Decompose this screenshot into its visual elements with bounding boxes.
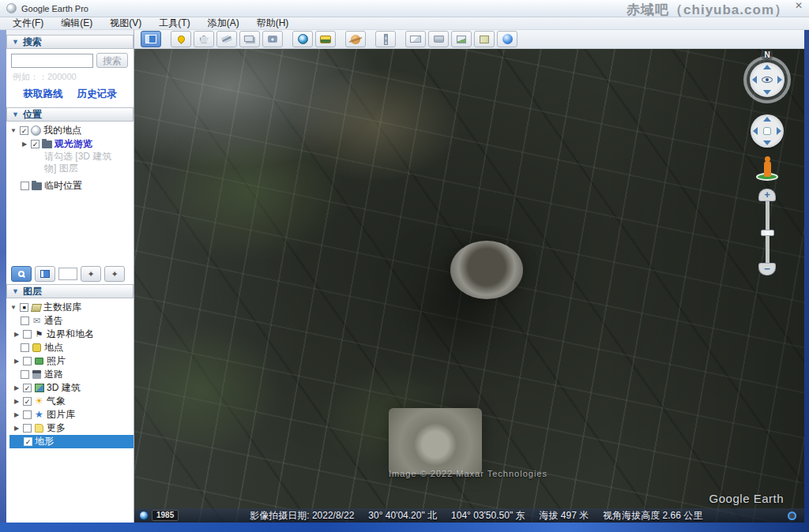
expand-arrow-icon[interactable]: ▶ — [13, 331, 21, 338]
sunlight-button[interactable] — [315, 31, 336, 47]
layer-row-weather[interactable]: ▶ ✓ ☀ 气象 — [9, 395, 134, 408]
menu-tools[interactable]: 工具(T) — [151, 17, 198, 30]
time-slider-icon[interactable] — [139, 511, 149, 520]
ruler-button[interactable] — [375, 31, 396, 47]
move-up-arrow-icon[interactable] — [763, 117, 771, 122]
expand-arrow-icon[interactable]: ▶ — [13, 398, 21, 405]
sidebar: ▼ 搜索 搜索 例如：：200000 获取路线 历史记录 ▼ 位置 ▼ — [6, 30, 134, 523]
expand-arrow-icon[interactable]: ▼ — [9, 304, 17, 311]
look-left-arrow-icon[interactable] — [752, 76, 757, 84]
close-icon[interactable]: ✕ — [795, 0, 803, 11]
road-sign-icon — [32, 370, 41, 379]
announcements-checkbox[interactable] — [21, 317, 29, 325]
look-down-arrow-icon[interactable] — [763, 90, 771, 95]
more-checkbox[interactable] — [23, 424, 32, 433]
layer-row-roads[interactable]: 道路 — [9, 368, 134, 381]
move-joystick[interactable] — [751, 114, 784, 148]
places-panel-header[interactable]: ▼ 位置 — [6, 107, 134, 122]
primary-database-checkbox[interactable]: ■ — [20, 303, 28, 312]
layer-row-places[interactable]: 地点 — [9, 341, 134, 354]
sightseeing-checkbox[interactable]: ✓ — [31, 140, 40, 148]
tree-item-temporary-places[interactable]: 临时位置 — [9, 179, 134, 193]
database-icon — [30, 304, 41, 312]
compass-ring[interactable] — [743, 56, 791, 103]
hide-sidebar-button[interactable] — [141, 31, 161, 47]
tree-item-my-places[interactable]: ▼ ✓ 我的地点 — [9, 124, 134, 137]
layer-row-gallery[interactable]: ▶ ★ 图片库 — [9, 408, 134, 421]
layer-row-terrain[interactable]: ✓ 地形 — [9, 435, 134, 448]
photos-checkbox[interactable] — [23, 357, 32, 365]
menu-edit[interactable]: 编辑(E) — [53, 17, 100, 30]
time-slider-year-badge[interactable]: 1985 — [152, 510, 179, 521]
zoom-out-button[interactable]: − — [758, 263, 776, 275]
search-input[interactable] — [11, 54, 93, 68]
stadium-feature — [450, 241, 523, 299]
panel-icon — [40, 270, 50, 278]
menu-file[interactable]: 文件(F) — [5, 17, 51, 30]
view-in-google-maps-button[interactable] — [474, 31, 495, 47]
menu-view[interactable]: 视图(V) — [102, 17, 149, 30]
menu-add[interactable]: 添加(A) — [200, 17, 247, 30]
look-right-arrow-icon[interactable] — [777, 76, 782, 84]
streaming-indicator-icon — [788, 511, 796, 520]
terrain-checkbox[interactable]: ✓ — [24, 437, 32, 446]
places-filter-box[interactable] — [58, 268, 77, 280]
layer-row-more[interactable]: ▶ 更多 — [9, 421, 134, 435]
expand-arrow-icon[interactable]: ▼ — [9, 127, 17, 134]
expand-arrow-icon[interactable]: ▶ — [13, 425, 21, 432]
look-joystick[interactable] — [750, 62, 785, 97]
my-places-checkbox[interactable]: ✓ — [20, 126, 28, 135]
save-image-button[interactable] — [451, 31, 472, 47]
layers-panel-header[interactable]: ▼ 图层 — [6, 284, 134, 298]
add-image-overlay-button[interactable] — [239, 31, 260, 47]
add-polygon-button[interactable] — [194, 31, 214, 47]
menu-help[interactable]: 帮助(H) — [249, 17, 297, 30]
expand-arrow-icon[interactable]: ▶ — [21, 140, 28, 148]
roads-checkbox[interactable] — [21, 370, 29, 379]
historical-imagery-button[interactable] — [292, 31, 313, 47]
weather-checkbox[interactable]: ✓ — [23, 397, 32, 406]
email-button[interactable] — [405, 31, 426, 47]
buildings-checkbox[interactable]: ✓ — [23, 384, 32, 392]
gallery-checkbox[interactable] — [23, 410, 32, 419]
add-path-button[interactable] — [216, 31, 237, 47]
layer-row-primary-database[interactable]: ▼ ■ 主数据库 — [9, 301, 134, 314]
north-indicator[interactable]: N — [762, 51, 772, 59]
layer-row-announcements[interactable]: ✉ 通告 — [9, 314, 134, 328]
search-button[interactable]: 搜索 — [96, 53, 128, 68]
layers-header-label: 图层 — [23, 285, 42, 298]
zoom-slider-track[interactable] — [766, 201, 769, 263]
borders-checkbox[interactable] — [23, 330, 32, 339]
look-up-arrow-icon[interactable] — [763, 65, 771, 69]
move-right-arrow-icon[interactable] — [777, 127, 781, 135]
stop-tour-button[interactable]: ✦ — [104, 266, 125, 282]
record-tour-button[interactable] — [262, 31, 283, 47]
search-panel-header[interactable]: ▼ 搜索 — [6, 35, 134, 49]
temporary-places-checkbox[interactable] — [21, 182, 29, 190]
layer-row-3d-buildings[interactable]: ▶ ✓ 3D 建筑 — [9, 381, 134, 395]
globe-button[interactable] — [497, 31, 517, 47]
planets-button[interactable] — [345, 31, 366, 47]
print-button[interactable] — [428, 31, 449, 47]
expand-arrow-icon[interactable]: ▶ — [13, 411, 21, 418]
play-tour-button[interactable]: ✦ — [81, 266, 101, 282]
toggle-panel-button[interactable] — [35, 266, 55, 282]
zoom-slider-handle[interactable] — [761, 230, 774, 236]
move-left-arrow-icon[interactable] — [753, 127, 758, 135]
map-viewport[interactable]: Image © 2022 Maxar Technologies Google E… — [134, 49, 804, 523]
history-link[interactable]: 历史记录 — [77, 88, 117, 101]
expand-arrow-icon[interactable]: ▶ — [13, 358, 21, 365]
places-layer-checkbox[interactable] — [21, 343, 29, 352]
add-placemark-button[interactable] — [171, 31, 191, 47]
layer-row-photos[interactable]: ▶ 照片 — [9, 354, 134, 368]
saturn-icon — [351, 35, 360, 44]
search-places-button[interactable] — [11, 266, 32, 282]
zoom-in-button[interactable]: + — [758, 189, 776, 201]
expand-arrow-icon[interactable]: ▶ — [13, 384, 21, 392]
primary-database-label: 主数据库 — [43, 301, 81, 314]
layer-row-borders[interactable]: ▶ ⚑ 边界和地名 — [9, 328, 134, 341]
street-view-pegman[interactable] — [755, 157, 779, 181]
tree-item-sightseeing[interactable]: ▶ ✓ 观光游览 — [9, 137, 134, 151]
move-down-arrow-icon[interactable] — [763, 140, 771, 145]
get-directions-link[interactable]: 获取路线 — [24, 88, 63, 101]
